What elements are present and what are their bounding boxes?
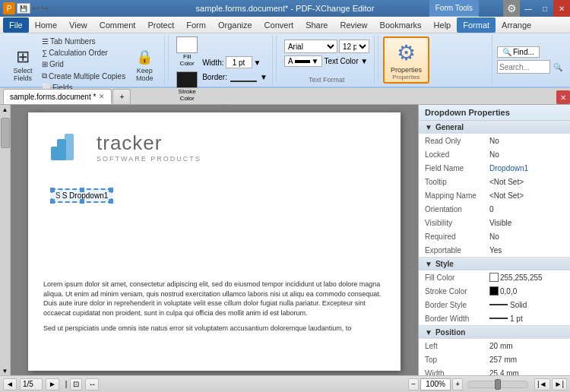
border-dropdown-icon[interactable]: ▼ bbox=[260, 73, 268, 81]
tab-new[interactable]: + bbox=[112, 89, 131, 104]
find-icon: 🔍 bbox=[502, 48, 511, 56]
calculation-order-btn[interactable]: ∑ Calculation Order bbox=[40, 48, 128, 58]
fit-width-btn[interactable]: ↔ bbox=[85, 378, 99, 390]
section-general-header[interactable]: ▼ General bbox=[419, 121, 570, 134]
company-subtitle: SOFTWARE PRODUCTS bbox=[97, 155, 201, 163]
label-border-style: Border Style bbox=[425, 301, 489, 309]
menu-arrange[interactable]: Arrange bbox=[496, 17, 537, 33]
handle-bm[interactable] bbox=[80, 199, 84, 204]
v-scrollbar[interactable]: ▲ ▼ bbox=[0, 105, 11, 375]
menu-form[interactable]: Form bbox=[180, 17, 212, 33]
create-copies-btn[interactable]: ⧉ Create Multiple Copies bbox=[40, 71, 128, 81]
scroll-thumb[interactable] bbox=[1, 118, 10, 148]
menu-view[interactable]: View bbox=[63, 17, 93, 33]
handle-bl[interactable] bbox=[50, 199, 55, 204]
menu-bookmarks[interactable]: Bookmarks bbox=[374, 17, 428, 33]
page-input[interactable]: 1/5 bbox=[20, 378, 43, 390]
menu-format[interactable]: Format bbox=[457, 17, 496, 33]
menu-share[interactable]: Share bbox=[299, 17, 334, 33]
value-exportable: Yes bbox=[489, 246, 502, 254]
keep-mode-btn[interactable]: 🔒 KeepMode bbox=[129, 45, 160, 84]
text-color-btn[interactable]: A ▼ bbox=[284, 55, 323, 67]
zoom-slider[interactable] bbox=[467, 381, 528, 388]
tab-numbers-btn[interactable]: ☰ Tab Numbers bbox=[40, 36, 128, 46]
panel-close-btn[interactable]: ✕ bbox=[556, 90, 570, 104]
ribbon-main-btns: ⊞ SelectFields ☰ Tab Numbers ∑ Calculati… bbox=[8, 36, 160, 93]
field-icon: S bbox=[55, 191, 61, 200]
handle-tr[interactable] bbox=[109, 188, 113, 192]
menu-file[interactable]: File bbox=[3, 17, 29, 33]
menu-help[interactable]: Help bbox=[428, 17, 458, 33]
ribbon: ⊞ SelectFields ☰ Tab Numbers ∑ Calculati… bbox=[0, 33, 570, 88]
fill-color-box[interactable] bbox=[489, 273, 499, 282]
search-input[interactable] bbox=[497, 60, 550, 74]
redo-btn[interactable]: ↪ bbox=[41, 3, 49, 14]
search-icon[interactable]: 🔍 bbox=[553, 63, 562, 71]
form-tools-label: Form Tools bbox=[429, 0, 479, 17]
zoom-out-btn[interactable]: − bbox=[408, 378, 419, 390]
minimize-btn[interactable]: — bbox=[520, 0, 537, 17]
handle-tl[interactable] bbox=[50, 188, 55, 192]
font-family-select[interactable]: Arial bbox=[284, 40, 337, 53]
tab-close-btn[interactable]: ✕ bbox=[99, 93, 105, 100]
prev-page-btn[interactable]: ◄ bbox=[3, 378, 17, 390]
grid-btn[interactable]: ⊞ Grid bbox=[40, 59, 128, 69]
label-top: Top bbox=[425, 356, 489, 364]
properties-btn[interactable]: ⚙ bbox=[397, 40, 416, 66]
properties-section-label: Properties bbox=[392, 74, 420, 81]
handle-tm[interactable] bbox=[80, 188, 84, 192]
section-collapse-icon: ▼ bbox=[425, 123, 432, 131]
ribbon-group-text-format: Arial 12 pt A ▼ Text Color ▼ Text Format bbox=[280, 35, 375, 85]
text-color-dropdown[interactable]: ▼ bbox=[312, 57, 319, 65]
tab-document[interactable]: sample.forms.document * ✕ bbox=[3, 89, 112, 104]
close-btn[interactable]: ✕ bbox=[553, 0, 570, 17]
copies-icon: ⧉ bbox=[42, 71, 47, 81]
menu-review[interactable]: Review bbox=[334, 17, 373, 33]
fill-color-btn[interactable]: FillColor bbox=[176, 36, 198, 67]
settings-icon[interactable]: ⚙ bbox=[503, 0, 520, 17]
first-page-btn[interactable]: |◄ bbox=[534, 378, 550, 390]
menu-bar: File Home View Comment Protect Form Orga… bbox=[0, 17, 570, 33]
scroll-down-btn[interactable]: ▼ bbox=[1, 366, 10, 375]
fit-page-btn[interactable]: ⊡ bbox=[70, 378, 82, 390]
section-position-label: Position bbox=[435, 328, 465, 337]
panel-title: Dropdown Properties bbox=[419, 105, 570, 121]
doc-scroll-area: tracker SOFTWARE PRODUCTS S bbox=[11, 105, 418, 375]
search-row: 🔍 bbox=[497, 60, 562, 74]
handle-br[interactable] bbox=[109, 199, 113, 204]
width-input[interactable] bbox=[226, 56, 252, 68]
menu-organize[interactable]: Organize bbox=[212, 17, 258, 33]
section-position-header[interactable]: ▼ Position bbox=[419, 326, 570, 339]
company-name: tracker bbox=[97, 131, 201, 155]
dropdown-field[interactable]: S S Dropdown1 bbox=[51, 188, 112, 203]
section-style-header[interactable]: ▼ Style bbox=[419, 258, 570, 270]
tracker-logo-icon bbox=[43, 128, 89, 166]
document-area: ▲ ▼ tracker S bbox=[0, 105, 418, 375]
last-page-btn[interactable]: ►| bbox=[552, 378, 568, 390]
title-bar-controls: ⚙ — □ ✕ bbox=[503, 0, 570, 17]
value-read-only: No bbox=[489, 137, 499, 145]
stroke-color-btn[interactable]: StrokeColor bbox=[176, 71, 198, 102]
quick-access-save[interactable]: 💾 bbox=[17, 3, 30, 14]
select-fields-btn[interactable]: ⊞ SelectFields bbox=[8, 45, 38, 84]
zoom-thumb[interactable] bbox=[495, 379, 501, 390]
label-tooltip: Tooltip bbox=[425, 178, 489, 186]
find-btn[interactable]: 🔍 Find... bbox=[497, 46, 540, 58]
properties-label: Properties bbox=[391, 66, 422, 74]
menu-home[interactable]: Home bbox=[29, 17, 63, 33]
font-size-select[interactable]: 12 pt bbox=[339, 40, 369, 53]
undo-btn[interactable]: ↩ bbox=[32, 3, 40, 14]
next-page-btn[interactable]: ► bbox=[46, 378, 59, 390]
width-dropdown-icon[interactable]: ▼ bbox=[254, 58, 261, 67]
menu-comment[interactable]: Comment bbox=[93, 17, 142, 33]
maximize-btn[interactable]: □ bbox=[537, 0, 553, 17]
panel-section-position: ▼ Position Left 20 mm Top 257 mm Width 2… bbox=[419, 326, 570, 375]
row-required: Required No bbox=[419, 229, 570, 243]
stroke-color-box[interactable] bbox=[489, 286, 499, 296]
value-left: 20 mm bbox=[489, 342, 513, 350]
scroll-up-btn[interactable]: ▲ bbox=[1, 105, 10, 114]
menu-convert[interactable]: Convert bbox=[258, 17, 300, 33]
menu-protect[interactable]: Protect bbox=[141, 17, 180, 33]
zoom-in-btn[interactable]: + bbox=[452, 378, 463, 390]
zoom-input[interactable] bbox=[420, 378, 451, 390]
